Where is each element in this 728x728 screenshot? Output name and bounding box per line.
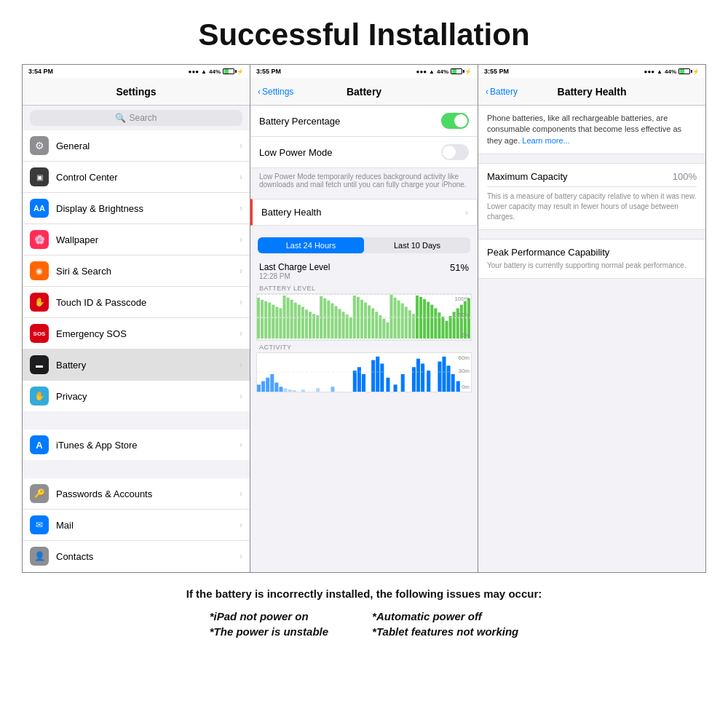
svg-rect-74 (371, 360, 375, 392)
svg-rect-72 (357, 367, 361, 392)
search-label: Search (129, 113, 157, 123)
search-icon: 🔍 (115, 113, 126, 123)
signal-icon: ●●● (189, 68, 199, 75)
battery-icon-settings (223, 68, 234, 74)
passwords-icon: 🔑 (30, 484, 49, 503)
tab-10d[interactable]: Last 10 Days (364, 237, 470, 253)
time-tabs: Last 24 Hours Last 10 Days (258, 237, 470, 253)
health-back[interactable]: ‹ Battery (486, 87, 518, 97)
battery-icon-settings-item: ▬ (30, 355, 49, 374)
appstore-chevron: › (240, 440, 242, 450)
battery-title: Battery (347, 86, 381, 98)
svg-rect-1 (261, 300, 264, 339)
svg-rect-3 (268, 303, 271, 339)
appstore-label: iTunes & App Store (56, 440, 240, 451)
svg-rect-16 (316, 315, 319, 339)
status-bar-settings: 3:54 PM ●●● ▲ 44% ⚡ (23, 65, 250, 78)
svg-rect-6 (279, 308, 282, 339)
svg-rect-20 (331, 304, 333, 339)
settings-item-general[interactable]: ⚙ General › (23, 130, 250, 162)
svg-rect-18 (323, 298, 326, 339)
siri-chevron: › (240, 266, 242, 276)
settings-item-contacts[interactable]: 👤 Contacts › (23, 541, 250, 571)
settings-item-sos[interactable]: SOS Emergency SOS › (23, 318, 250, 349)
status-icons-battery: ●●● ▲ 44% ⚡ (416, 68, 472, 75)
svg-rect-77 (386, 378, 389, 392)
max-capacity-box: Maximum Capacity 100% This is a measure … (478, 163, 705, 230)
battery-health-row[interactable]: Battery Health › (250, 199, 478, 226)
contacts-chevron: › (240, 551, 242, 561)
wifi-icon-b: ▲ (429, 68, 435, 75)
svg-rect-34 (382, 319, 385, 339)
settings-item-appstore[interactable]: A iTunes & App Store › (23, 430, 250, 460)
search-box[interactable]: 🔍 Search (30, 110, 242, 126)
low-power-note: Low Power Mode temporarily reduces backg… (250, 168, 478, 193)
settings-item-privacy[interactable]: ✋ Privacy › (23, 381, 250, 411)
screenshots-row: 3:54 PM ●●● ▲ 44% ⚡ Settings 🔍 Search (22, 64, 706, 573)
svg-rect-48 (434, 308, 437, 339)
settings-section-3: 🔑 Passwords & Accounts › ✉ Mail › 👤 Cont… (23, 478, 250, 571)
settings-item-wallpaper[interactable]: 🌸 Wallpaper › (23, 224, 250, 256)
svg-rect-37 (394, 298, 397, 339)
svg-rect-76 (380, 363, 384, 392)
health-nav: ‹ Battery Battery Health (478, 78, 705, 106)
settings-item-display[interactable]: AA Display & Brightness › (23, 193, 250, 224)
svg-rect-87 (451, 374, 455, 392)
battery-label: Battery (56, 360, 240, 371)
mail-label: Mail (56, 520, 240, 531)
status-bar-health: 3:55 PM ●●● ▲ 44% ⚡ (478, 65, 705, 78)
privacy-icon: ✋ (30, 387, 49, 405)
battery-nav: ‹ Settings Battery (250, 78, 478, 106)
battery-percentage-toggle[interactable] (441, 113, 469, 129)
page-title: Successful Installation (198, 17, 529, 52)
low-power-toggle[interactable] (441, 144, 469, 160)
svg-rect-86 (447, 365, 451, 392)
settings-item-battery[interactable]: ▬ Battery › (23, 349, 250, 381)
svg-rect-62 (270, 374, 274, 392)
svg-rect-51 (446, 321, 448, 339)
activity-label: ACTIVITY (250, 341, 478, 352)
settings-item-controlcenter[interactable]: ▣ Control Center › (23, 162, 250, 193)
battery-health-label: Battery Health (261, 207, 321, 218)
svg-rect-33 (379, 315, 381, 339)
svg-rect-70 (331, 387, 334, 392)
settings-item-touchid[interactable]: ✋ Touch ID & Passcode › (23, 287, 250, 318)
tab-24h[interactable]: Last 24 Hours (258, 237, 364, 253)
svg-rect-4 (272, 305, 274, 339)
charge-icon-h: ⚡ (692, 68, 700, 75)
battery-back[interactable]: ‹ Settings (258, 87, 293, 97)
settings-item-mail[interactable]: ✉ Mail › (23, 510, 250, 541)
passwords-chevron: › (240, 488, 242, 499)
controlcenter-chevron: › (240, 172, 242, 182)
svg-rect-63 (274, 382, 278, 392)
settings-screen: 3:54 PM ●●● ▲ 44% ⚡ Settings 🔍 Search (23, 65, 250, 572)
health-info-box: Phone batteries, like all rechargeable b… (478, 106, 705, 154)
wallpaper-label: Wallpaper (56, 234, 240, 245)
learn-more-link[interactable]: Learn more... (522, 136, 569, 145)
svg-rect-23 (342, 312, 345, 339)
controlcenter-icon: ▣ (30, 167, 49, 186)
signal-icon-b: ●●● (416, 68, 427, 75)
last-charge-pct: 51% (450, 262, 469, 280)
general-chevron: › (240, 141, 242, 151)
max-capacity-value: 100% (673, 171, 697, 182)
svg-rect-78 (394, 384, 397, 392)
settings-item-siri[interactable]: ◉ Siri & Search › (23, 256, 250, 287)
last-charge-time: 12:28 PM (259, 272, 330, 280)
time-settings: 3:54 PM (28, 68, 53, 75)
issues-col-right: *Automatic power off *Tablet features no… (372, 610, 518, 638)
svg-rect-40 (405, 306, 408, 339)
charge-icon-b: ⚡ (464, 68, 472, 75)
svg-rect-12 (301, 306, 304, 339)
settings-nav: Settings (23, 78, 250, 106)
settings-item-passwords[interactable]: 🔑 Passwords & Accounts › (23, 478, 250, 510)
peak-perf-box: Peak Performance Capability Your battery… (478, 239, 705, 279)
sos-chevron: › (240, 328, 242, 339)
touchid-chevron: › (240, 297, 242, 307)
contacts-icon: 👤 (30, 547, 49, 566)
svg-rect-59 (257, 384, 261, 392)
svg-rect-60 (261, 381, 265, 392)
activity-bars-svg (257, 353, 471, 392)
siri-icon: ◉ (30, 261, 49, 280)
activity-chart: 60m 30m 0m (256, 352, 472, 392)
